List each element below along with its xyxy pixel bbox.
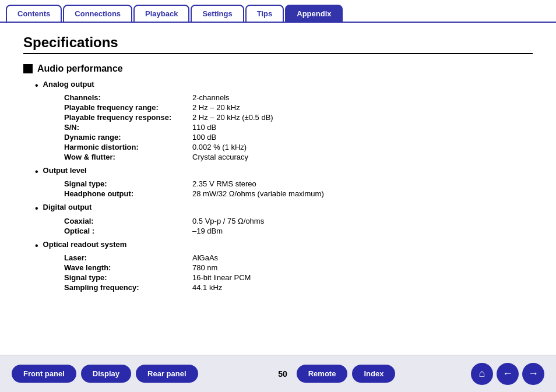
spec-row: Dynamic range: 100 dB xyxy=(64,133,533,142)
spec-value: 28 mW/32 Ω/ohms (variable maximum) xyxy=(192,189,324,198)
bullet-digital-label: Digital output xyxy=(43,203,92,211)
spec-value: 110 dB xyxy=(192,123,216,132)
bullet-output-level: • Output level xyxy=(35,166,533,177)
spec-key: Dynamic range: xyxy=(64,133,192,142)
spec-key: Sampling frequency: xyxy=(64,283,192,292)
spec-key: Harmonic distortion: xyxy=(64,143,192,151)
spec-value: 44.1 kHz xyxy=(192,283,222,292)
remote-button[interactable]: Remote xyxy=(297,365,348,383)
spec-value: Crystal accuracy xyxy=(192,153,248,161)
title-divider xyxy=(23,53,533,54)
spec-row: Wave length: 780 nm xyxy=(64,263,533,272)
forward-button[interactable]: → xyxy=(522,363,544,385)
bullet-optical-label: Optical readout system xyxy=(43,240,127,249)
spec-row: Laser: AlGaAs xyxy=(64,253,533,262)
spec-row: Optical : –19 dBm xyxy=(64,227,533,235)
section-icon xyxy=(23,64,33,73)
spec-value: 2.35 V RMS stereo xyxy=(192,179,256,188)
spec-value: 2-channels xyxy=(192,93,230,102)
bullet-analog-label: Analog output xyxy=(43,80,94,89)
spec-value: 780 nm xyxy=(192,263,217,272)
bottom-nav-center: 50 Remote Index xyxy=(273,365,395,383)
spec-row: Coaxial: 0.5 Vp-p / 75 Ω/ohms xyxy=(64,217,533,225)
spec-value: 0.002 % (1 kHz) xyxy=(192,143,247,151)
index-button[interactable]: Index xyxy=(352,365,395,383)
spec-row: Playable frequency response: 2 Hz – 20 k… xyxy=(64,113,533,122)
page-title: Specifications xyxy=(23,34,533,51)
spec-value: –19 dBm xyxy=(192,227,223,235)
section-heading-label: Audio performance xyxy=(37,63,123,74)
spec-value: AlGaAs xyxy=(192,253,218,262)
section-audio-performance: Audio performance xyxy=(23,63,533,74)
spec-key: Wow & flutter: xyxy=(64,153,192,161)
spec-row: Wow & flutter: Crystal accuracy xyxy=(64,153,533,161)
spec-key: Coaxial: xyxy=(64,217,192,225)
spec-table-output: Signal type: 2.35 V RMS stereo Headphone… xyxy=(64,179,533,198)
spec-row: Harmonic distortion: 0.002 % (1 kHz) xyxy=(64,143,533,151)
spec-row: Playable frequency range: 2 Hz – 20 kHz xyxy=(64,103,533,112)
bullet-dot: • xyxy=(35,166,38,177)
spec-row: Channels: 2-channels xyxy=(64,93,533,102)
page-number: 50 xyxy=(273,369,292,379)
spec-key: Channels: xyxy=(64,93,192,102)
spec-value: 2 Hz – 20 kHz (±0.5 dB) xyxy=(192,113,273,122)
spec-row: Signal type: 2.35 V RMS stereo xyxy=(64,179,533,188)
spec-row: Headphone output: 28 mW/32 Ω/ohms (varia… xyxy=(64,189,533,198)
main-content: Specifications Audio performance • Analo… xyxy=(0,23,556,302)
bullet-dot: • xyxy=(35,80,38,91)
tab-connections[interactable]: Connections xyxy=(63,5,132,22)
home-button[interactable]: ⌂ xyxy=(471,363,493,385)
tab-settings[interactable]: Settings xyxy=(191,5,244,22)
bottom-nav: Front panel Display Rear panel 50 Remote… xyxy=(0,355,556,392)
spec-key: Signal type: xyxy=(64,179,192,188)
tab-tips[interactable]: Tips xyxy=(245,5,284,22)
spec-table-optical: Laser: AlGaAs Wave length: 780 nm Signal… xyxy=(64,253,533,292)
tab-appendix[interactable]: Appendix xyxy=(285,5,343,22)
bullet-output-label: Output level xyxy=(43,166,87,175)
spec-key: Laser: xyxy=(64,253,192,262)
spec-table-digital: Coaxial: 0.5 Vp-p / 75 Ω/ohms Optical : … xyxy=(64,217,533,235)
spec-key: Wave length: xyxy=(64,263,192,272)
back-button[interactable]: ← xyxy=(497,363,519,385)
bottom-nav-right: ⌂ ← → xyxy=(471,363,544,385)
bullet-optical-readout: • Optical readout system xyxy=(35,240,533,251)
spec-key: Playable frequency response: xyxy=(64,113,192,122)
bullet-digital-output: • Digital output xyxy=(35,203,533,214)
spec-key: Optical : xyxy=(64,227,192,235)
bullet-dot: • xyxy=(35,203,38,214)
spec-key: S/N: xyxy=(64,123,192,132)
rear-panel-button[interactable]: Rear panel xyxy=(136,365,198,383)
spec-row: Sampling frequency: 44.1 kHz xyxy=(64,283,533,292)
spec-value: 2 Hz – 20 kHz xyxy=(192,103,240,112)
spec-key: Headphone output: xyxy=(64,189,192,198)
front-panel-button[interactable]: Front panel xyxy=(12,365,76,383)
tab-contents[interactable]: Contents xyxy=(6,5,62,22)
spec-value: 16-bit linear PCM xyxy=(192,273,251,282)
tab-playback[interactable]: Playback xyxy=(133,5,189,22)
bullet-analog-output: • Analog output xyxy=(35,80,533,91)
spec-value: 0.5 Vp-p / 75 Ω/ohms xyxy=(192,217,264,225)
bullet-dot: • xyxy=(35,240,38,251)
spec-key: Signal type: xyxy=(64,273,192,282)
tab-navigation: Contents Connections Playback Settings T… xyxy=(0,5,556,23)
bottom-nav-left: Front panel Display Rear panel xyxy=(12,365,198,383)
spec-row: S/N: 110 dB xyxy=(64,123,533,132)
spec-table-analog: Channels: 2-channels Playable frequency … xyxy=(64,93,533,161)
bullet-section: • Analog output Channels: 2-channels Pla… xyxy=(35,80,533,292)
spec-value: 100 dB xyxy=(192,133,216,142)
spec-key: Playable frequency range: xyxy=(64,103,192,112)
display-button[interactable]: Display xyxy=(81,365,131,383)
spec-row: Signal type: 16-bit linear PCM xyxy=(64,273,533,282)
